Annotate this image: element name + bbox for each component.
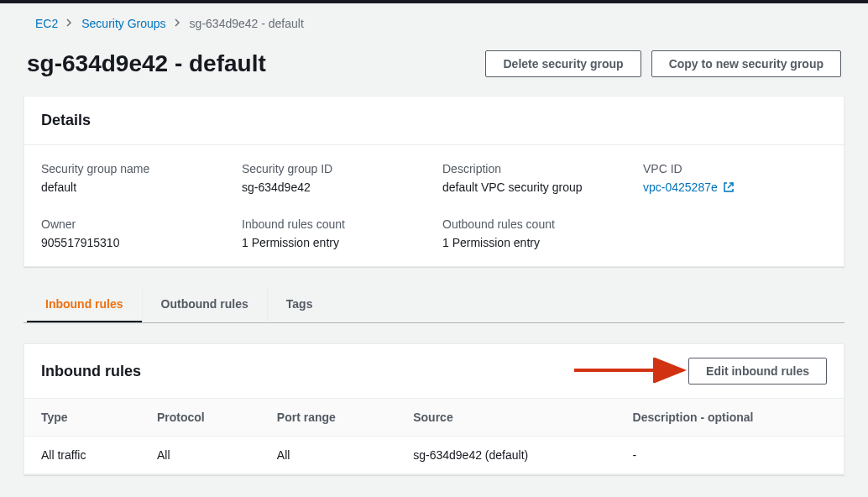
copy-to-new-security-group-button[interactable]: Copy to new security group xyxy=(651,50,841,77)
page-title: sg-634d9e42 - default xyxy=(27,50,266,77)
detail-owner: Owner 905517915310 xyxy=(41,217,225,249)
tab-outbound-rules[interactable]: Outbound rules xyxy=(142,287,267,322)
details-panel-header: Details xyxy=(24,97,844,145)
detail-label: Security group name xyxy=(41,162,225,175)
inbound-rules-table: Type Protocol Port range Source Descript… xyxy=(24,399,844,474)
vpc-id-link[interactable]: vpc-0425287e xyxy=(643,180,827,194)
detail-value: default xyxy=(41,180,225,194)
column-description: Description - optional xyxy=(616,399,844,437)
breadcrumb-current: sg-634d9e42 - default xyxy=(190,17,304,30)
chevron-right-icon xyxy=(66,18,73,29)
cell-type: All traffic xyxy=(24,437,140,474)
breadcrumb-link-security-groups[interactable]: Security Groups xyxy=(81,17,165,30)
detail-value: sg-634d9e42 xyxy=(242,180,426,194)
detail-label: Outbound rules count xyxy=(442,217,626,231)
cell-protocol: All xyxy=(140,437,260,474)
detail-label: Inbound rules count xyxy=(242,217,426,231)
detail-value: default VPC security group xyxy=(442,180,626,194)
edit-inbound-rules-button[interactable]: Edit inbound rules xyxy=(688,358,827,385)
inbound-rules-panel: Inbound rules Edit inbound rules Type Pr… xyxy=(24,343,844,475)
detail-value: 905517915310 xyxy=(41,236,225,249)
details-grid: Security group name default Security gro… xyxy=(24,145,844,266)
external-link-icon xyxy=(723,181,735,193)
inbound-rules-title: Inbound rules xyxy=(41,363,141,380)
inbound-rules-header: Inbound rules Edit inbound rules xyxy=(24,344,844,399)
breadcrumb: EC2 Security Groups sg-634d9e42 - defaul… xyxy=(24,3,844,50)
detail-vpc-id: VPC ID vpc-0425287e xyxy=(643,162,827,194)
detail-label: Security group ID xyxy=(242,162,426,175)
column-type: Type xyxy=(24,399,140,437)
cell-description: - xyxy=(616,437,844,474)
detail-value: 1 Permission entry xyxy=(442,236,626,249)
page-header: sg-634d9e42 - default Delete security gr… xyxy=(24,50,844,77)
vpc-id-text: vpc-0425287e xyxy=(643,180,718,194)
delete-security-group-button[interactable]: Delete security group xyxy=(485,50,641,77)
header-actions: Delete security group Copy to new securi… xyxy=(485,50,841,77)
detail-value: 1 Permission entry xyxy=(242,236,426,249)
detail-outbound-rules-count: Outbound rules count 1 Permission entry xyxy=(442,217,626,249)
detail-security-group-id: Security group ID sg-634d9e42 xyxy=(242,162,426,194)
chevron-right-icon xyxy=(175,18,181,29)
column-source: Source xyxy=(396,399,615,437)
breadcrumb-link-ec2[interactable]: EC2 xyxy=(35,17,58,30)
detail-label: VPC ID xyxy=(643,162,827,175)
cell-source: sg-634d9e42 (default) xyxy=(396,437,615,474)
detail-inbound-rules-count: Inbound rules count 1 Permission entry xyxy=(242,217,426,249)
column-protocol: Protocol xyxy=(140,399,260,437)
detail-description: Description default VPC security group xyxy=(442,162,626,194)
detail-security-group-name: Security group name default xyxy=(41,162,225,194)
detail-label: Owner xyxy=(41,217,225,231)
detail-label: Description xyxy=(442,162,626,175)
details-panel: Details Security group name default Secu… xyxy=(24,96,844,267)
main-container: EC2 Security Groups sg-634d9e42 - defaul… xyxy=(0,3,868,497)
table-header-row: Type Protocol Port range Source Descript… xyxy=(24,399,844,437)
column-port-range: Port range xyxy=(260,399,396,437)
table-row: All traffic All All sg-634d9e42 (default… xyxy=(24,437,844,474)
cell-port-range: All xyxy=(260,437,396,474)
tabs: Inbound rules Outbound rules Tags xyxy=(24,287,844,323)
tab-inbound-rules[interactable]: Inbound rules xyxy=(27,287,142,322)
tab-tags[interactable]: Tags xyxy=(267,287,332,322)
